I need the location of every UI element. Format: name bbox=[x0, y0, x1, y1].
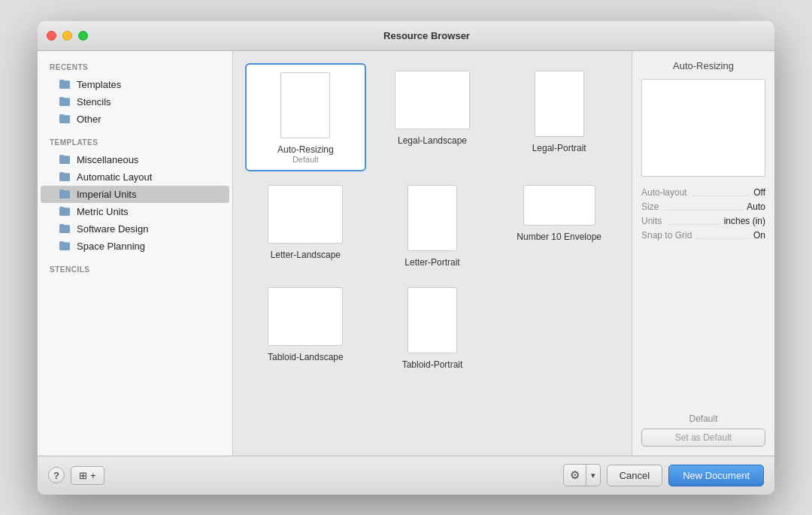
main-window: Resource Browser RECENTS Templates Stenc… bbox=[38, 21, 774, 495]
stencils-label: STENCILS bbox=[38, 262, 232, 278]
meta-units: Units inches (in) bbox=[641, 216, 765, 226]
templates-label: TEMPLATES bbox=[38, 135, 232, 151]
default-label: Default bbox=[641, 414, 765, 424]
tabloid-portrait-thumb bbox=[408, 287, 457, 353]
meta-size-key: Size bbox=[641, 201, 659, 212]
sidebar-item-metric-units[interactable]: Metric Units bbox=[41, 203, 229, 220]
sidebar-item-imperial-units[interactable]: Imperial Units bbox=[41, 186, 229, 203]
meta-snap-key: Snap to Grid bbox=[641, 230, 692, 241]
content-area: RECENTS Templates Stencils Other TEMPLAT… bbox=[38, 51, 774, 456]
sidebar-item-metric-units-label: Metric Units bbox=[77, 206, 129, 217]
traffic-lights bbox=[47, 31, 88, 41]
sidebar-item-software-design-label: Software Design bbox=[77, 223, 148, 235]
legal-portrait-thumb bbox=[535, 71, 584, 137]
legal-portrait-label: Legal-Portrait bbox=[532, 143, 586, 153]
minimize-button[interactable] bbox=[62, 31, 72, 41]
set-as-default-button[interactable]: Set as Default bbox=[641, 429, 765, 447]
sidebar-item-templates[interactable]: Templates bbox=[41, 76, 229, 93]
sidebar-item-other[interactable]: Other bbox=[41, 111, 229, 128]
template-legal-landscape[interactable]: Legal-Landscape bbox=[372, 63, 493, 171]
right-panel-spacer bbox=[641, 244, 765, 414]
right-panel-title: Auto-Resizing bbox=[641, 60, 765, 71]
add-resource-label: + bbox=[90, 470, 96, 481]
meta-size-val: Auto bbox=[747, 201, 765, 212]
letter-portrait-label: Letter-Portrait bbox=[404, 257, 459, 268]
help-button[interactable]: ? bbox=[48, 467, 65, 483]
meta-divider-4 bbox=[696, 238, 749, 239]
meta-size: Size Auto bbox=[641, 201, 765, 212]
gear-button[interactable]: ⚙ bbox=[563, 464, 586, 486]
number-10-envelope-label: Number 10 Envelope bbox=[517, 232, 601, 242]
template-tabloid-landscape[interactable]: Tabloid-Landscape bbox=[245, 280, 366, 376]
sidebar-item-imperial-units-label: Imperial Units bbox=[77, 189, 136, 200]
sidebar-item-stencils[interactable]: Stencils bbox=[41, 93, 229, 111]
tabloid-landscape-thumb bbox=[268, 287, 343, 346]
sidebar-item-automatic-layout[interactable]: Automatic Layout bbox=[41, 168, 229, 186]
sidebar: RECENTS Templates Stencils Other TEMPLAT… bbox=[38, 51, 233, 456]
chevron-button[interactable]: ▾ bbox=[586, 464, 601, 486]
sidebar-item-automatic-layout-label: Automatic Layout bbox=[77, 171, 152, 183]
titlebar: Resource Browser bbox=[38, 21, 774, 51]
template-letter-portrait[interactable]: Letter-Portrait bbox=[372, 177, 493, 274]
meta-snap-val: On bbox=[753, 230, 765, 241]
meta-snap-to-grid: Snap to Grid On bbox=[641, 230, 765, 241]
cancel-button[interactable]: Cancel bbox=[607, 465, 662, 486]
template-letter-landscape[interactable]: Letter-Landscape bbox=[245, 177, 366, 274]
sidebar-item-miscellaneous[interactable]: Miscellaneous bbox=[41, 151, 229, 168]
meta-units-val: inches (in) bbox=[724, 216, 765, 226]
sidebar-item-miscellaneous-label: Miscellaneous bbox=[77, 154, 138, 165]
meta-divider-3 bbox=[666, 224, 719, 225]
sidebar-item-space-planning[interactable]: Space Planning bbox=[41, 238, 229, 255]
preview-thumbnail bbox=[641, 79, 765, 177]
close-button[interactable] bbox=[47, 31, 56, 41]
template-auto-resizing[interactable]: Auto-Resizing Default bbox=[245, 63, 366, 171]
sidebar-item-other-label: Other bbox=[77, 114, 102, 125]
window-title: Resource Browser bbox=[88, 30, 765, 41]
add-resource-button[interactable]: ⊞ + bbox=[71, 466, 105, 485]
sidebar-item-space-planning-label: Space Planning bbox=[77, 241, 145, 252]
meta-auto-layout-val: Off bbox=[753, 187, 765, 198]
gear-group: ⚙ ▾ bbox=[563, 464, 601, 486]
meta-auto-layout-key: Auto-layout bbox=[641, 187, 687, 198]
tabloid-landscape-label: Tabloid-Landscape bbox=[268, 352, 344, 362]
legal-landscape-label: Legal-Landscape bbox=[398, 135, 467, 146]
template-legal-portrait[interactable]: Legal-Portrait bbox=[498, 63, 620, 171]
auto-resizing-label: Auto-Resizing bbox=[277, 144, 334, 155]
template-grid: Auto-Resizing Default Legal-Landscape Le… bbox=[233, 51, 632, 456]
letter-portrait-thumb bbox=[408, 185, 457, 251]
sidebar-item-software-design[interactable]: Software Design bbox=[41, 220, 229, 238]
legal-landscape-thumb bbox=[395, 71, 470, 129]
tabloid-portrait-label: Tabloid-Portrait bbox=[402, 359, 463, 370]
template-number-10-envelope[interactable]: Number 10 Envelope bbox=[498, 177, 620, 274]
template-tabloid-portrait[interactable]: Tabloid-Portrait bbox=[372, 280, 493, 376]
bottom-toolbar: ? ⊞ + ⚙ ▾ Cancel New Document bbox=[38, 456, 774, 495]
meta-divider-1 bbox=[692, 195, 750, 196]
sidebar-item-templates-label: Templates bbox=[77, 79, 121, 90]
sidebar-item-stencils-label: Stencils bbox=[77, 96, 111, 108]
new-document-button[interactable]: New Document bbox=[668, 465, 764, 486]
meta-auto-layout: Auto-layout Off bbox=[641, 187, 765, 198]
envelope-thumb bbox=[523, 185, 595, 226]
right-panel: Auto-Resizing Auto-layout Off Size Auto … bbox=[632, 51, 774, 456]
auto-resizing-thumb bbox=[280, 72, 330, 138]
meta-units-key: Units bbox=[641, 216, 662, 226]
auto-resizing-sublabel: Default bbox=[292, 155, 319, 164]
letter-landscape-thumb bbox=[268, 185, 343, 244]
letter-landscape-label: Letter-Landscape bbox=[271, 250, 341, 260]
monitor-icon: ⊞ bbox=[79, 470, 87, 481]
meta-divider-2 bbox=[663, 210, 742, 211]
recents-label: RECENTS bbox=[38, 60, 232, 76]
zoom-button[interactable] bbox=[78, 31, 88, 41]
